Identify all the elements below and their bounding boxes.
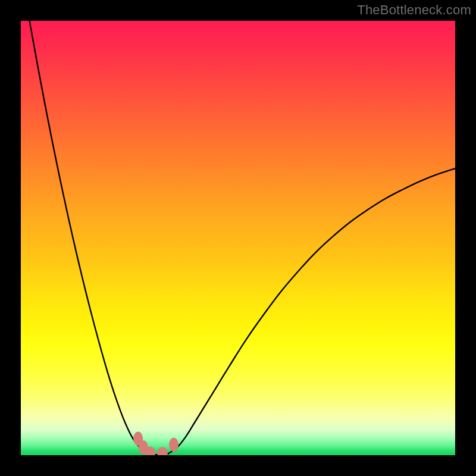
plot-area xyxy=(21,21,455,455)
chart-frame: TheBottleneck.com xyxy=(0,0,476,476)
bottleneck-curve xyxy=(30,21,455,455)
watermark-text: TheBottleneck.com xyxy=(357,2,471,18)
marker-trough-right xyxy=(157,447,168,455)
marker-right-cluster xyxy=(169,438,178,452)
curve-svg xyxy=(21,21,455,455)
